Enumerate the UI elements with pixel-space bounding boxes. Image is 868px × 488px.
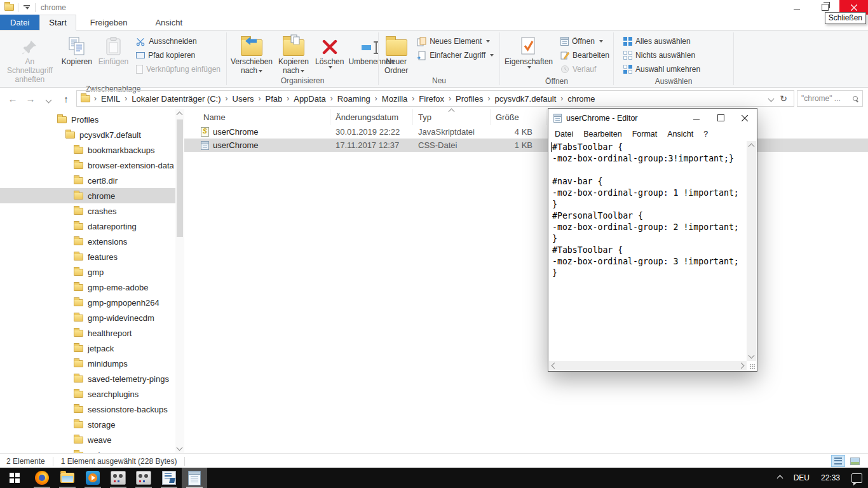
sidebar-item-browser-extension-data[interactable]: browser-extension-data bbox=[0, 158, 175, 173]
menu-datei[interactable]: Datei bbox=[550, 127, 578, 141]
breadcrumb-segment[interactable]: chrome bbox=[565, 94, 597, 104]
new-folder-button[interactable]: Neuer Ordner bbox=[380, 32, 412, 75]
tab-freigeben[interactable]: Freigeben bbox=[81, 15, 137, 30]
scroll-up-icon[interactable] bbox=[177, 112, 183, 118]
column-header-size[interactable]: Größe bbox=[491, 109, 546, 125]
sidebar-item-healthreport[interactable]: healthreport bbox=[0, 325, 175, 341]
tab-ansicht[interactable]: Ansicht bbox=[146, 15, 191, 30]
breadcrumb-segment[interactable]: Mozilla bbox=[379, 94, 410, 104]
notepad-close-button[interactable] bbox=[733, 109, 757, 127]
clock[interactable]: 22:33 bbox=[815, 468, 846, 488]
breadcrumb-segment[interactable]: Lokaler Datenträger (C:) bbox=[129, 94, 223, 104]
sidebar-item-saved-telemetry-pings[interactable]: saved-telemetry-pings bbox=[0, 371, 175, 386]
paste-shortcut-button[interactable]: Verknüpfung einfügen bbox=[132, 62, 225, 76]
paste-button[interactable]: Einfügen bbox=[95, 32, 132, 66]
breadcrumb-segment[interactable]: Pfab bbox=[262, 94, 285, 104]
file-row-userchrome-css[interactable]: userChrome 17.11.2017 12:37 CSS-Datei 1 … bbox=[184, 139, 868, 152]
notepad-maximize-button[interactable] bbox=[709, 109, 733, 127]
address-dropdown-icon[interactable] bbox=[768, 95, 775, 102]
select-none-button[interactable]: Nichts auswählen bbox=[619, 48, 705, 62]
column-header-name[interactable]: Name bbox=[184, 109, 330, 125]
column-header-modified[interactable]: Änderungsdatum bbox=[330, 109, 413, 125]
breadcrumb-segment[interactable]: pcysvdk7.default bbox=[492, 94, 559, 104]
edit-button[interactable]: Bearbeiten bbox=[556, 48, 614, 62]
scroll-right-icon[interactable] bbox=[738, 363, 745, 369]
sidebar-item-profiles[interactable]: Profiles bbox=[0, 112, 175, 127]
sidebar-item-gmp-gmpopenh264[interactable]: gmp-gmpopenh264 bbox=[0, 295, 175, 310]
sidebar-item-sessionstore-backups[interactable]: sessionstore-backups bbox=[0, 402, 175, 417]
sidebar-item-pcysvdk7-default[interactable]: pcysvdk7.default bbox=[0, 127, 175, 142]
breadcrumb-segment[interactable]: EMIL bbox=[98, 94, 123, 104]
copy-button[interactable]: Kopieren bbox=[58, 32, 95, 66]
details-view-button[interactable] bbox=[831, 455, 845, 467]
taskbar-fax-viewer[interactable] bbox=[156, 468, 182, 488]
sidebar-item-searchplugins[interactable]: searchplugins bbox=[0, 386, 175, 402]
sidebar-item-features[interactable]: features bbox=[0, 249, 175, 264]
action-center-button[interactable] bbox=[846, 468, 868, 488]
cut-button[interactable]: Ausschneiden bbox=[132, 34, 225, 48]
scroll-up-icon[interactable] bbox=[749, 144, 755, 150]
taskbar-tape-recorder-1[interactable] bbox=[105, 468, 131, 488]
menu-help[interactable]: ? bbox=[698, 127, 713, 141]
sidebar-item-gmp[interactable]: gmp bbox=[0, 264, 175, 280]
sidebar-scrollbar[interactable] bbox=[175, 109, 184, 453]
notepad-minimize-button[interactable] bbox=[684, 109, 709, 127]
menu-ansicht[interactable]: Ansicht bbox=[662, 127, 698, 141]
menu-bearbeiten[interactable]: Bearbeiten bbox=[578, 127, 627, 141]
back-button[interactable]: ← bbox=[5, 93, 20, 104]
refresh-icon[interactable]: ↻ bbox=[780, 93, 787, 104]
tab-start[interactable]: Start bbox=[39, 15, 76, 30]
scroll-down-icon[interactable] bbox=[749, 353, 755, 359]
sidebar-item-crashes[interactable]: crashes bbox=[0, 203, 175, 219]
new-item-button[interactable]: Neues Element bbox=[412, 34, 498, 48]
breadcrumb-segment[interactable]: AppData bbox=[291, 94, 329, 104]
minimize-button[interactable] bbox=[782, 0, 811, 15]
scrollbar-thumb[interactable] bbox=[177, 119, 183, 237]
breadcrumb-segment[interactable]: Profiles bbox=[453, 94, 485, 104]
search-input[interactable]: "chrome" ... bbox=[797, 90, 863, 107]
sidebar-item-webapps[interactable]: webapps bbox=[0, 447, 175, 453]
breadcrumb[interactable]: › EMIL› Lokaler Datenträger (C:)› Users›… bbox=[76, 90, 794, 107]
sidebar-item-cert8-dir[interactable]: cert8.dir bbox=[0, 173, 175, 188]
taskbar-media-player[interactable] bbox=[80, 468, 105, 488]
history-button[interactable]: Verlauf bbox=[556, 62, 614, 76]
breadcrumb-segment[interactable]: Users bbox=[230, 94, 257, 104]
copy-path-button[interactable]: Pfad kopieren bbox=[132, 48, 225, 62]
language-indicator[interactable]: DEU bbox=[788, 468, 815, 488]
pin-to-quick-access-button[interactable]: An Schnellzugriff anheften bbox=[1, 32, 58, 84]
resize-grip[interactable] bbox=[750, 364, 755, 369]
open-button[interactable]: Öffnen bbox=[556, 34, 614, 48]
sidebar-item-extensions[interactable]: extensions bbox=[0, 234, 175, 249]
move-to-button[interactable]: Verschieben nach bbox=[228, 32, 275, 75]
forward-button[interactable]: → bbox=[23, 93, 38, 104]
tab-datei[interactable]: Datei bbox=[0, 15, 39, 30]
breadcrumb-segment[interactable]: Firefox bbox=[416, 94, 447, 104]
customize-quick-access-button[interactable] bbox=[22, 5, 31, 10]
start-button[interactable] bbox=[0, 468, 29, 488]
recent-locations-button[interactable] bbox=[41, 93, 56, 104]
thumbnails-view-button[interactable] bbox=[848, 455, 862, 467]
taskbar-firefox[interactable] bbox=[29, 468, 55, 488]
select-all-button[interactable]: Alles auswählen bbox=[619, 34, 705, 48]
notepad-text-area[interactable]: #TabsToolbar { -moz-box-ordinal-group:3!… bbox=[549, 141, 747, 361]
sidebar-item-minidumps[interactable]: minidumps bbox=[0, 356, 175, 371]
sidebar-item-gmp-eme-adobe[interactable]: gmp-eme-adobe bbox=[0, 280, 175, 295]
copy-to-button[interactable]: Kopieren nach bbox=[275, 32, 312, 75]
breadcrumb-segment[interactable]: Roaming bbox=[335, 94, 373, 104]
invert-selection-button[interactable]: Auswahl umkehren bbox=[619, 62, 705, 76]
sidebar-item-jetpack[interactable]: jetpack bbox=[0, 341, 175, 356]
sidebar-item-chrome[interactable]: chrome bbox=[0, 188, 175, 203]
taskbar-notepad[interactable] bbox=[182, 468, 207, 488]
taskbar-file-explorer[interactable] bbox=[55, 468, 80, 488]
sidebar-item-bookmarkbackups[interactable]: bookmarkbackups bbox=[0, 142, 175, 158]
sidebar-item-weave[interactable]: weave bbox=[0, 432, 175, 447]
notepad-vertical-scrollbar[interactable] bbox=[747, 141, 756, 361]
taskbar-tape-recorder-2[interactable] bbox=[131, 468, 156, 488]
scroll-down-icon[interactable] bbox=[177, 445, 183, 451]
file-row-userchrome-js[interactable]: userChrome 30.01.2019 22:22 JavaSkriptda… bbox=[184, 125, 868, 139]
easy-access-button[interactable]: Einfacher Zugriff bbox=[412, 48, 498, 62]
up-button[interactable]: ↑ bbox=[58, 93, 74, 104]
scroll-left-icon[interactable] bbox=[552, 363, 558, 369]
delete-button[interactable]: Löschen bbox=[312, 32, 347, 69]
sidebar-item-gmp-widevinecdm[interactable]: gmp-widevinecdm bbox=[0, 310, 175, 325]
